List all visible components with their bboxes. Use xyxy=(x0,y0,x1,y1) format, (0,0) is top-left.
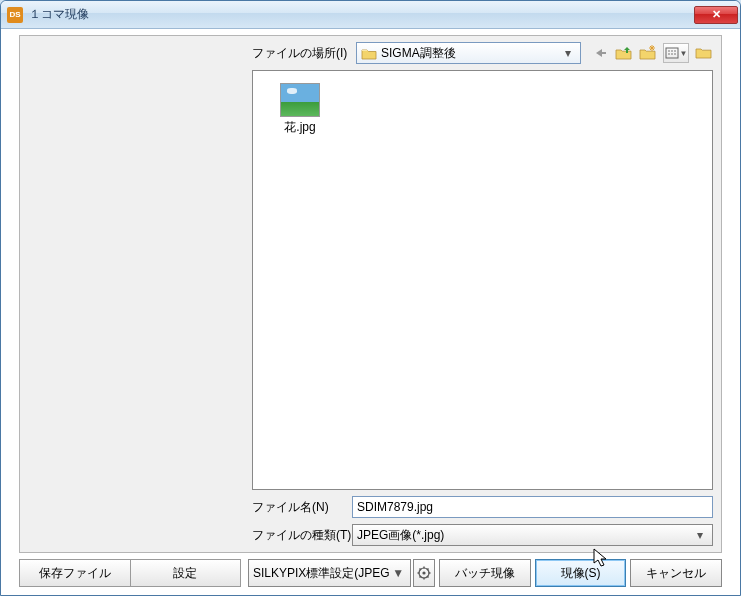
filetype-label: ファイルの種類(T) xyxy=(252,527,352,544)
folder-icon xyxy=(361,47,377,60)
preset-value: SILKYPIX標準設定(JPEG xyxy=(253,565,390,582)
filename-row: ファイル名(N) xyxy=(252,496,713,518)
filetype-value: JPEG画像(*.jpg) xyxy=(357,527,692,544)
dialog-window: DS １コマ現像 ✕ ファイルの場所(I) SIGMA調整後 ▾ xyxy=(0,0,741,596)
location-label: ファイルの場所(I) xyxy=(252,45,352,62)
file-name: 花.jpg xyxy=(284,119,315,136)
develop-button[interactable]: 現像(S) xyxy=(535,559,627,587)
cancel-button[interactable]: キャンセル xyxy=(630,559,722,587)
filename-label: ファイル名(N) xyxy=(252,499,352,516)
arrow-left-icon xyxy=(593,47,607,59)
file-list[interactable]: 花.jpg xyxy=(252,70,713,490)
location-toolbar: ▼ xyxy=(591,43,713,63)
file-thumbnail xyxy=(280,83,320,117)
right-panel: ファイルの場所(I) SIGMA調整後 ▾ xyxy=(244,36,721,552)
back-button[interactable] xyxy=(591,44,609,62)
view-menu-button[interactable]: ▼ xyxy=(663,43,689,63)
view-icon xyxy=(665,47,679,59)
filename-input[interactable] xyxy=(352,496,713,518)
chevron-down-icon: ▾ xyxy=(560,46,576,60)
svg-point-13 xyxy=(423,571,426,574)
tab-save-file[interactable]: 保存ファイル xyxy=(19,559,131,587)
content-area: ファイルの場所(I) SIGMA調整後 ▾ xyxy=(1,29,740,595)
app-icon: DS xyxy=(7,7,23,23)
svg-point-9 xyxy=(668,53,670,55)
svg-point-10 xyxy=(671,53,673,55)
svg-point-8 xyxy=(674,50,676,52)
filetype-row: ファイルの種類(T) JPEG画像(*.jpg) ▾ xyxy=(252,524,713,546)
file-item[interactable]: 花.jpg xyxy=(265,83,335,136)
tab-settings[interactable]: 設定 xyxy=(130,559,242,587)
svg-rect-5 xyxy=(666,48,678,58)
close-icon: ✕ xyxy=(712,8,721,21)
gear-icon xyxy=(417,566,431,580)
left-panel xyxy=(20,36,244,552)
up-folder-button[interactable] xyxy=(615,44,633,62)
location-value: SIGMA調整後 xyxy=(381,45,560,62)
svg-point-6 xyxy=(668,50,670,52)
batch-button[interactable]: バッチ現像 xyxy=(439,559,531,587)
bottom-bar: 保存ファイル 設定 SILKYPIX標準設定(JPEG ▼ バッチ現像 現像(S… xyxy=(19,559,722,587)
close-button[interactable]: ✕ xyxy=(694,6,738,24)
svg-point-11 xyxy=(674,53,676,55)
new-folder-button[interactable] xyxy=(639,44,657,62)
chevron-down-icon: ▼ xyxy=(680,49,688,58)
folder-new-icon xyxy=(639,45,657,61)
preset-combo[interactable]: SILKYPIX標準設定(JPEG ▼ xyxy=(248,559,411,587)
main-panel: ファイルの場所(I) SIGMA調整後 ▾ xyxy=(19,35,722,553)
chevron-down-icon: ▾ xyxy=(692,528,708,542)
filetype-combo[interactable]: JPEG画像(*.jpg) ▾ xyxy=(352,524,713,546)
window-title: １コマ現像 xyxy=(29,6,694,23)
chevron-down-icon: ▼ xyxy=(390,566,406,580)
location-row: ファイルの場所(I) SIGMA調整後 ▾ xyxy=(252,42,713,64)
svg-rect-0 xyxy=(601,52,606,54)
folder-button[interactable] xyxy=(695,44,713,62)
location-combo[interactable]: SIGMA調整後 ▾ xyxy=(356,42,581,64)
folder-icon xyxy=(695,46,713,60)
folder-up-icon xyxy=(615,45,633,61)
preset-settings-button[interactable] xyxy=(413,559,435,587)
svg-point-7 xyxy=(671,50,673,52)
titlebar: DS １コマ現像 ✕ xyxy=(1,1,740,29)
